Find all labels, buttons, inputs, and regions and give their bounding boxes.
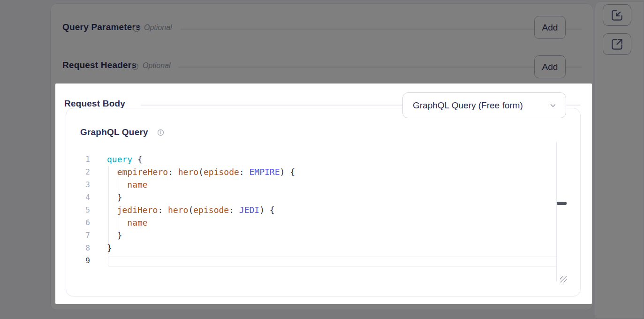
- code-line[interactable]: empireHero: hero(episode: EMPIRE) {: [107, 166, 295, 178]
- line-number: 9: [74, 254, 90, 267]
- body-type-select-value: GraphQL Query (Free form): [413, 100, 523, 111]
- open-external-button[interactable]: [603, 33, 631, 55]
- query-parameters-optional-hint: Optional: [144, 23, 172, 32]
- code-line[interactable]: }: [107, 242, 295, 254]
- line-number-gutter: 123456789: [74, 153, 90, 267]
- code-line[interactable]: name: [107, 216, 295, 229]
- add-request-header-button[interactable]: Add: [534, 55, 566, 78]
- editor-resize-grip[interactable]: [560, 276, 567, 282]
- external-link-icon: [611, 38, 623, 51]
- edit-in-box-icon: [611, 9, 623, 22]
- line-number: 8: [74, 242, 90, 254]
- app-root: Query Parameters Optional Add Request He…: [0, 0, 644, 319]
- right-toolbar: [595, 1, 644, 319]
- line-number: 2: [74, 166, 90, 178]
- graphql-code-editor[interactable]: query { empireHero: hero(episode: EMPIRE…: [107, 153, 295, 267]
- request-headers-divider: [178, 67, 582, 68]
- code-line[interactable]: name: [107, 178, 295, 191]
- request-headers-info-icon[interactable]: [131, 63, 139, 70]
- code-line[interactable]: query {: [107, 153, 295, 166]
- code-line[interactable]: }: [107, 191, 295, 204]
- request-headers-label: Request Headers: [62, 60, 136, 70]
- graphql-query-label: GraphQL Query: [80, 127, 148, 137]
- body-type-select[interactable]: GraphQL Query (Free form): [402, 92, 566, 118]
- line-number: 7: [74, 229, 90, 242]
- query-parameters-divider: [181, 29, 582, 30]
- chevron-down-icon: [549, 101, 557, 110]
- line-number: 4: [74, 191, 90, 204]
- line-number: 3: [74, 178, 90, 191]
- editor-scrollbar-track: [556, 142, 557, 281]
- line-number: 6: [74, 216, 90, 229]
- code-line[interactable]: jediHero: hero(episode: JEDI) {: [107, 204, 295, 216]
- request-headers-optional-hint: Optional: [143, 61, 171, 70]
- line-number: 5: [74, 204, 90, 216]
- add-query-parameter-button[interactable]: Add: [534, 16, 566, 39]
- query-parameters-label: Query Parameters: [62, 22, 141, 32]
- query-parameters-info-icon[interactable]: [133, 25, 140, 32]
- inline-edit-button[interactable]: [603, 4, 631, 26]
- graphql-query-info-icon[interactable]: [157, 129, 164, 136]
- line-number: 1: [74, 153, 90, 166]
- editor-scrollbar-thumb[interactable]: [557, 202, 567, 205]
- request-body-label: Request Body: [64, 99, 125, 109]
- code-line[interactable]: }: [107, 229, 295, 242]
- code-line[interactable]: [107, 254, 295, 267]
